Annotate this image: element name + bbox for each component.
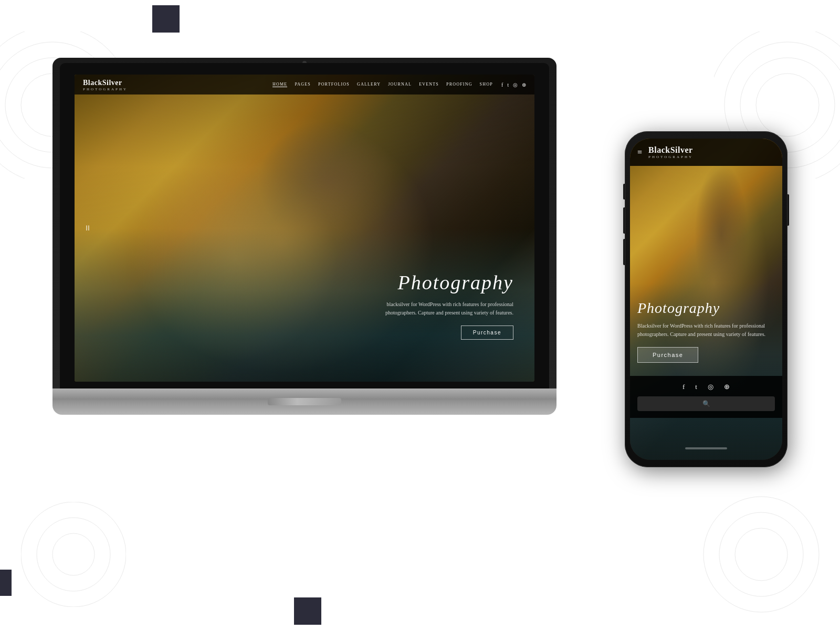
laptop-purchase-button[interactable]: Purchase	[461, 326, 513, 340]
phone-hero-content: Photography Blacksilver for WordPress wi…	[637, 300, 775, 363]
phone-instagram-icon[interactable]: ◎	[708, 383, 713, 391]
phone-search-icon: 🔍	[702, 400, 710, 408]
phone-screen: ≡ BlackSilver PHOTOGRAPHY Photography Bl…	[630, 139, 782, 460]
nav-shop[interactable]: SHOP	[480, 82, 493, 87]
laptop-mockup: BlackSilver PHOTOGRAPHY HOME PAGES PORTF…	[52, 58, 556, 415]
nav-gallery[interactable]: GALLERY	[357, 82, 381, 87]
nav-events[interactable]: EVENTS	[419, 82, 439, 87]
phone-brand: BlackSilver PHOTOGRAPHY	[648, 145, 693, 159]
phone-purchase-button[interactable]: Purchase	[637, 347, 698, 363]
pause-icon: ⏸	[84, 224, 91, 232]
phone-hero-desc: Blacksilver for WordPress with rich feat…	[637, 322, 775, 339]
phone-home-indicator	[685, 447, 727, 449]
nav-journal[interactable]: JOURNAL	[388, 82, 412, 87]
phone-brand-main: BlackSilver	[648, 145, 693, 154]
phone-search-bar[interactable]: 🔍	[637, 396, 775, 411]
laptop-hero-desc: blacksilver for WordPress with rich feat…	[377, 300, 513, 317]
laptop-navbar: BlackSilver PHOTOGRAPHY HOME PAGES PORTF…	[75, 75, 534, 94]
pause-button[interactable]: ⏸	[84, 224, 91, 233]
scene-container: BlackSilver PHOTOGRAPHY HOME PAGES PORTF…	[52, 26, 788, 593]
phone-brand-sub: PHOTOGRAPHY	[648, 155, 693, 159]
laptop-social-icons: f t ◎ ⊕	[501, 82, 526, 88]
website-laptop: BlackSilver PHOTOGRAPHY HOME PAGES PORTF…	[75, 75, 534, 382]
laptop-screen: BlackSilver PHOTOGRAPHY HOME PAGES PORTF…	[75, 75, 534, 382]
laptop-brand-sub: PHOTOGRAPHY	[83, 87, 128, 91]
facebook-icon[interactable]: f	[501, 82, 503, 88]
laptop-brand-main: BlackSilver	[83, 79, 122, 87]
laptop-bezel: BlackSilver PHOTOGRAPHY HOME PAGES PORTF…	[60, 63, 549, 391]
laptop-hero-content: Photography blacksilver for WordPress wi…	[377, 271, 513, 340]
instagram-icon[interactable]: ◎	[513, 82, 518, 88]
website-phone: ≡ BlackSilver PHOTOGRAPHY Photography Bl…	[630, 139, 782, 460]
laptop-hero-title: Photography	[377, 271, 513, 294]
laptop-hinge	[268, 398, 341, 405]
phone-facebook-icon[interactable]: f	[682, 383, 685, 391]
phone-bottom-bar: f t ◎ ⊕ 🔍	[630, 376, 782, 418]
phone-behance-icon[interactable]: ⊕	[724, 383, 730, 391]
nav-pages[interactable]: PAGES	[295, 82, 311, 87]
laptop-nav-links: HOME PAGES PORTFOLIOS GALLERY JOURNAL EV…	[272, 82, 493, 87]
phone-body: ≡ BlackSilver PHOTOGRAPHY Photography Bl…	[625, 131, 788, 467]
nav-portfolios[interactable]: PORTFOLIOS	[318, 82, 350, 87]
nav-home[interactable]: HOME	[272, 82, 287, 87]
phone-social-icons: f t ◎ ⊕	[682, 383, 730, 391]
phone-hero-title: Photography	[637, 300, 775, 317]
nav-proofing[interactable]: PROOFING	[446, 82, 472, 87]
phone-navbar: ≡ BlackSilver PHOTOGRAPHY	[630, 139, 782, 166]
phone-twitter-icon[interactable]: t	[695, 383, 697, 391]
twitter-icon[interactable]: t	[507, 82, 509, 88]
laptop-body	[52, 388, 556, 415]
behance-icon[interactable]: ⊕	[522, 82, 526, 88]
laptop-lid: BlackSilver PHOTOGRAPHY HOME PAGES PORTF…	[52, 58, 556, 396]
phone-mockup: ≡ BlackSilver PHOTOGRAPHY Photography Bl…	[625, 131, 788, 467]
hamburger-icon[interactable]: ≡	[637, 148, 642, 157]
laptop-brand: BlackSilver PHOTOGRAPHY	[83, 78, 128, 91]
